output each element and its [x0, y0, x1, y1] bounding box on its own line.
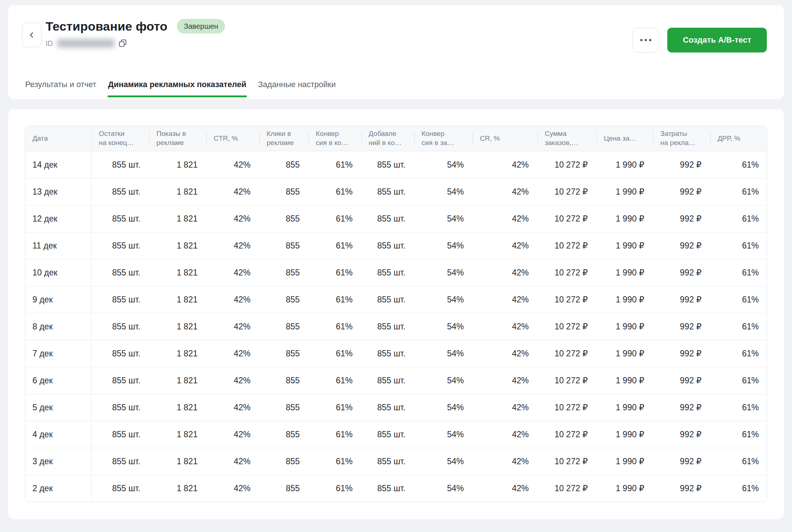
table-cell: 855 [259, 178, 308, 205]
table-cell: 10 272 ₽ [537, 286, 597, 313]
column-conversion-to-order-header: Конвер сия в за… [414, 126, 473, 151]
table-cell: 61% [710, 394, 767, 421]
date-cell: 10 дек [25, 259, 92, 286]
table-cell: 855 шт. [361, 394, 414, 421]
column-ad-clicks-header: Клики в рекламе [259, 126, 308, 151]
table-cell: 855 [259, 394, 308, 421]
title-block: Тестирование фото Завершен ID [46, 19, 225, 48]
table-cell: 992 ₽ [653, 151, 710, 178]
table-cell: 61% [710, 313, 767, 340]
table-body: 14 дек855 шт.1 82142%85561%855 шт.54%42%… [25, 151, 767, 502]
table-cell: 1 990 ₽ [597, 286, 653, 313]
table-cell: 10 272 ₽ [537, 205, 597, 232]
column-stock-at-end-header: Остатки на конец… [92, 126, 149, 151]
table-cell: 992 ₽ [653, 178, 710, 205]
table-row: 13 дек855 шт.1 82142%85561%855 шт.54%42%… [25, 178, 767, 205]
table-cell: 42% [206, 475, 259, 502]
table-cell: 855 шт. [92, 448, 149, 475]
table-cell: 10 272 ₽ [537, 340, 597, 367]
copy-id-button[interactable] [118, 39, 128, 48]
back-button[interactable] [22, 23, 42, 47]
column-cr-header: CR, % [473, 126, 537, 151]
table-cell: 855 шт. [361, 178, 414, 205]
table-cell: 992 ₽ [653, 448, 710, 475]
table-cell: 1 821 [149, 232, 206, 259]
table-cell: 855 [259, 313, 308, 340]
table-cell: 61% [308, 205, 361, 232]
table-cell: 42% [206, 205, 259, 232]
copy-icon [118, 39, 128, 48]
table-cell: 855 [259, 367, 308, 394]
date-cell: 4 дек [25, 421, 92, 448]
table-cell: 61% [710, 340, 767, 367]
table-cell: 1 821 [149, 286, 206, 313]
table-row: 12 дек855 шт.1 82142%85561%855 шт.54%42%… [25, 205, 767, 232]
table-cell: 61% [308, 448, 361, 475]
table-cell: 855 шт. [361, 205, 414, 232]
table-cell: 1 821 [149, 178, 206, 205]
table-cell: 61% [308, 475, 361, 502]
table-cell: 1 821 [149, 421, 206, 448]
table-cell: 992 ₽ [653, 232, 710, 259]
table-cell: 855 шт. [92, 421, 149, 448]
table-cell: 992 ₽ [653, 286, 710, 313]
table-cell: 54% [414, 367, 473, 394]
table-cell: 992 ₽ [653, 475, 710, 502]
table-cell: 992 ₽ [653, 421, 710, 448]
table-row: 2 дек855 шт.1 82142%85561%855 шт.54%42%1… [25, 475, 767, 502]
table-cell: 855 шт. [361, 448, 414, 475]
table-cell: 855 шт. [92, 259, 149, 286]
table-cell: 855 шт. [361, 340, 414, 367]
table-cell: 42% [473, 448, 537, 475]
table-cell: 42% [206, 448, 259, 475]
table-cell: 42% [473, 286, 537, 313]
table-cell: 855 [259, 448, 308, 475]
date-cell: 8 дек [25, 313, 92, 340]
table-cell: 54% [414, 340, 473, 367]
table-cell: 1 990 ₽ [597, 394, 653, 421]
column-conversion-to-cart-header: Конвер сия в ко… [308, 126, 361, 151]
date-cell: 5 дек [25, 394, 92, 421]
table-cell: 61% [710, 421, 767, 448]
table-cell: 1 821 [149, 367, 206, 394]
table-cell: 61% [710, 259, 767, 286]
table-cell: 855 шт. [361, 259, 414, 286]
table-cell: 54% [414, 475, 473, 502]
table-cell: 61% [308, 421, 361, 448]
table-cell: 42% [206, 394, 259, 421]
table-row: 10 дек855 шт.1 82142%85561%855 шт.54%42%… [25, 259, 767, 286]
table-cell: 61% [710, 151, 767, 178]
create-ab-test-button[interactable]: Создать А/В-тест [667, 28, 767, 52]
table-cell: 10 272 ₽ [537, 394, 597, 421]
table-cell: 42% [206, 178, 259, 205]
table-cell: 42% [473, 178, 537, 205]
date-cell: 14 дек [25, 151, 92, 178]
table-cell: 1 990 ₽ [597, 313, 653, 340]
date-cell: 11 дек [25, 232, 92, 259]
page: { "colors": { "accent_green": "#22a33e",… [0, 0, 792, 532]
table-cell: 54% [414, 286, 473, 313]
date-cell: 6 дек [25, 367, 92, 394]
table-cell: 54% [414, 259, 473, 286]
table-cell: 61% [308, 259, 361, 286]
table-row: 4 дек855 шт.1 82142%85561%855 шт.54%42%1… [25, 421, 767, 448]
tab-ad-metrics-dynamics[interactable]: Динамика рекламных показателей [108, 80, 246, 99]
table-cell: 54% [414, 205, 473, 232]
table-cell: 61% [710, 367, 767, 394]
table-cell: 855 шт. [361, 232, 414, 259]
header-row: ДатаОстатки на конец…Показы в рекламеCTR… [25, 126, 767, 151]
table-row: 8 дек855 шт.1 82142%85561%855 шт.54%42%1… [25, 313, 767, 340]
tab-results-report[interactable]: Результаты и отчет [25, 80, 97, 99]
date-cell: 9 дек [25, 286, 92, 313]
table-cell: 855 шт. [361, 475, 414, 502]
table-cell: 855 шт. [92, 394, 149, 421]
more-actions-button[interactable] [633, 28, 659, 52]
table-cell: 42% [206, 151, 259, 178]
table-cell: 1 990 ₽ [597, 367, 653, 394]
table-cell: 42% [206, 367, 259, 394]
table-card: ДатаОстатки на конец…Показы в рекламеCTR… [8, 109, 784, 519]
table-row: 11 дек855 шт.1 82142%85561%855 шт.54%42%… [25, 232, 767, 259]
table-cell: 61% [308, 313, 361, 340]
table-cell: 42% [473, 259, 537, 286]
tab-configured-settings[interactable]: Заданные настройки [258, 80, 336, 99]
